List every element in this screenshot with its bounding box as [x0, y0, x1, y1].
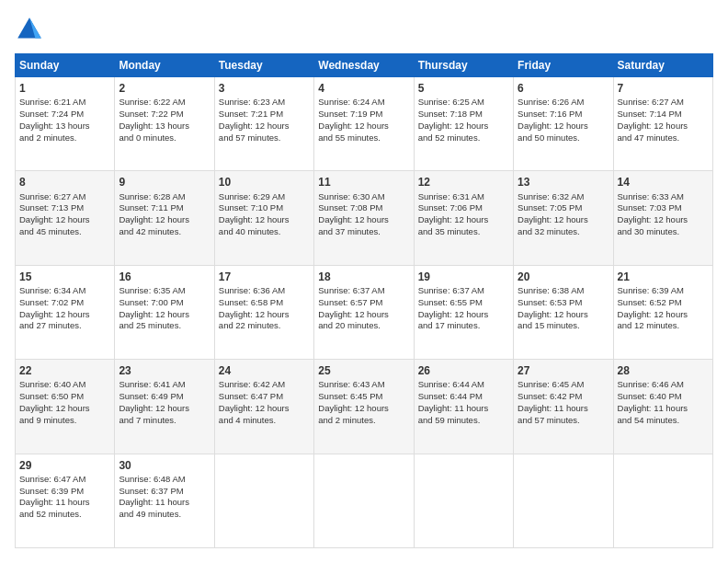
day-info-line: Daylight: 11 hours [618, 403, 709, 415]
day-info-line: Daylight: 12 hours [318, 309, 409, 321]
day-info-line: Daylight: 12 hours [219, 309, 310, 321]
day-info-line: Daylight: 12 hours [19, 309, 110, 321]
day-info-line: and 12 minutes. [618, 320, 709, 332]
calendar-cell: 6Sunrise: 6:26 AMSunset: 7:16 PMDaylight… [514, 77, 613, 171]
day-number: 23 [119, 363, 210, 378]
day-header-monday: Monday [115, 54, 214, 77]
day-header-wednesday: Wednesday [314, 54, 414, 77]
day-number: 26 [418, 363, 509, 378]
day-info-line: Sunrise: 6:25 AM [418, 97, 509, 109]
day-info-line: Sunset: 6:37 PM [119, 486, 210, 498]
day-info-line: Sunrise: 6:24 AM [318, 97, 409, 109]
calendar-cell: 30Sunrise: 6:48 AMSunset: 6:37 PMDayligh… [115, 454, 214, 547]
day-info-line: Sunset: 6:47 PM [219, 391, 310, 403]
day-number: 25 [318, 363, 409, 378]
calendar-cell: 3Sunrise: 6:23 AMSunset: 7:21 PMDaylight… [214, 77, 313, 171]
page: SundayMondayTuesdayWednesdayThursdayFrid… [0, 0, 728, 563]
calendar-cell: 7Sunrise: 6:27 AMSunset: 7:14 PMDaylight… [613, 77, 712, 171]
calendar-week-4: 22Sunrise: 6:40 AMSunset: 6:50 PMDayligh… [16, 360, 713, 454]
day-info-line: and 57 minutes. [518, 415, 609, 427]
day-number: 15 [19, 270, 110, 284]
calendar-cell [613, 454, 712, 547]
day-info-line: Daylight: 12 hours [518, 309, 609, 321]
day-info-line: and 49 minutes. [119, 509, 210, 521]
day-info-line: Daylight: 12 hours [219, 121, 310, 132]
calendar-cell: 13Sunrise: 6:32 AMSunset: 7:05 PMDayligh… [514, 171, 613, 265]
calendar-cell: 11Sunrise: 6:30 AMSunset: 7:08 PMDayligh… [314, 171, 414, 265]
day-info-line: Daylight: 12 hours [618, 214, 709, 226]
day-info-line: and 20 minutes. [318, 320, 409, 332]
day-number: 4 [318, 81, 409, 96]
calendar-week-1: 1Sunrise: 6:21 AMSunset: 7:24 PMDaylight… [16, 77, 713, 171]
day-number: 19 [418, 270, 509, 284]
day-info-line: Daylight: 12 hours [418, 121, 509, 132]
day-info-line: Sunrise: 6:27 AM [19, 191, 110, 203]
day-info-line: Sunrise: 6:48 AM [119, 474, 210, 486]
day-number: 14 [618, 175, 709, 190]
day-info-line: Sunset: 7:11 PM [119, 202, 210, 214]
day-info-line: Sunrise: 6:41 AM [119, 379, 210, 391]
day-info-line: Daylight: 12 hours [19, 214, 110, 226]
day-info-line: Sunset: 6:42 PM [518, 391, 609, 403]
day-number: 28 [618, 363, 709, 378]
day-info-line: and 45 minutes. [19, 226, 110, 238]
day-header-sunday: Sunday [16, 54, 115, 77]
day-info-line: and 42 minutes. [119, 226, 210, 238]
day-info-line: Sunset: 6:49 PM [119, 391, 210, 403]
calendar-cell: 22Sunrise: 6:40 AMSunset: 6:50 PMDayligh… [16, 360, 115, 454]
day-info-line: and 4 minutes. [219, 415, 310, 427]
day-info-line: Sunrise: 6:39 AM [618, 285, 709, 297]
day-info-line: and 9 minutes. [19, 415, 110, 427]
day-info-line: Sunrise: 6:38 AM [518, 285, 609, 297]
day-info-line: Daylight: 12 hours [219, 403, 310, 415]
day-info-line: and 2 minutes. [318, 415, 409, 427]
day-info-line: Sunrise: 6:32 AM [518, 191, 609, 203]
day-info-line: Sunset: 7:22 PM [119, 109, 210, 121]
day-info-line: Daylight: 11 hours [119, 497, 210, 509]
day-header-friday: Friday [514, 54, 613, 77]
calendar-cell: 25Sunrise: 6:43 AMSunset: 6:45 PMDayligh… [314, 360, 414, 454]
day-info-line: Sunset: 7:19 PM [318, 109, 409, 121]
day-info-line: Sunset: 6:44 PM [418, 391, 509, 403]
day-info-line: Sunrise: 6:43 AM [318, 379, 409, 391]
calendar-cell [314, 454, 414, 547]
day-info-line: and 2 minutes. [19, 132, 110, 144]
day-info-line: Daylight: 12 hours [119, 309, 210, 321]
day-info-line: Daylight: 12 hours [418, 309, 509, 321]
day-info-line: and 57 minutes. [219, 132, 310, 144]
day-info-line: Sunrise: 6:21 AM [19, 97, 110, 109]
day-info-line: Sunrise: 6:40 AM [19, 379, 110, 391]
day-number: 11 [318, 175, 409, 190]
calendar-cell: 20Sunrise: 6:38 AMSunset: 6:53 PMDayligh… [514, 265, 613, 359]
day-info-line: Daylight: 12 hours [618, 309, 709, 321]
day-info-line: Sunset: 6:39 PM [19, 486, 110, 498]
day-number: 2 [119, 81, 210, 96]
calendar-cell: 5Sunrise: 6:25 AMSunset: 7:18 PMDaylight… [414, 77, 513, 171]
day-info-line: Sunrise: 6:23 AM [219, 97, 310, 109]
day-number: 6 [518, 81, 609, 96]
day-info-line: Sunset: 6:58 PM [219, 297, 310, 309]
calendar-cell: 17Sunrise: 6:36 AMSunset: 6:58 PMDayligh… [214, 265, 313, 359]
day-info-line: Sunset: 6:45 PM [318, 391, 409, 403]
day-info-line: Daylight: 11 hours [418, 403, 509, 415]
day-number: 22 [19, 363, 110, 378]
day-info-line: Sunset: 7:05 PM [518, 202, 609, 214]
calendar-cell: 27Sunrise: 6:45 AMSunset: 6:42 PMDayligh… [514, 360, 613, 454]
day-number: 17 [219, 270, 310, 284]
day-info-line: and 37 minutes. [318, 226, 409, 238]
calendar-cell: 14Sunrise: 6:33 AMSunset: 7:03 PMDayligh… [613, 171, 712, 265]
day-info-line: Daylight: 12 hours [618, 121, 709, 132]
calendar-cell: 1Sunrise: 6:21 AMSunset: 7:24 PMDaylight… [16, 77, 115, 171]
day-number: 27 [518, 363, 609, 378]
day-info-line: and 52 minutes. [418, 132, 509, 144]
calendar-cell: 15Sunrise: 6:34 AMSunset: 7:02 PMDayligh… [16, 265, 115, 359]
day-info-line: Daylight: 13 hours [19, 121, 110, 132]
day-number: 1 [19, 81, 110, 96]
calendar-cell: 26Sunrise: 6:44 AMSunset: 6:44 PMDayligh… [414, 360, 513, 454]
day-info-line: Sunrise: 6:46 AM [618, 379, 709, 391]
day-header-saturday: Saturday [613, 54, 712, 77]
day-info-line: Daylight: 12 hours [518, 121, 609, 132]
day-info-line: Sunrise: 6:37 AM [418, 285, 509, 297]
day-info-line: Sunset: 7:00 PM [119, 297, 210, 309]
day-info-line: Sunset: 7:10 PM [219, 202, 310, 214]
